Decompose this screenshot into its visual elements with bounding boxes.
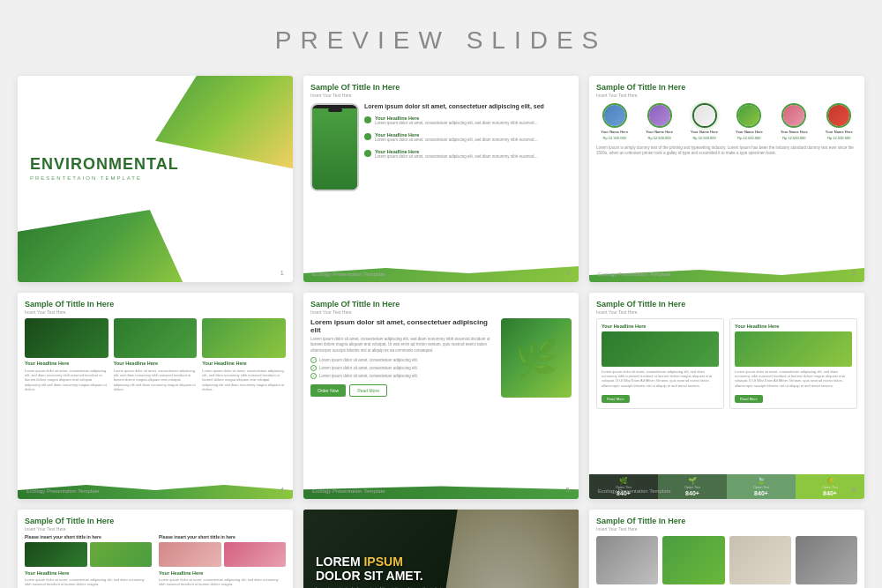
- slide7-please-text-2: Please insert your short tittle in here: [159, 534, 286, 540]
- big-plant-inner: 🌿: [501, 318, 572, 398]
- circle-price-3: Rp 12.500.000: [692, 136, 715, 140]
- plant-card-img-1: [596, 536, 658, 584]
- stat-block-2: 🌱 Option Text 840+: [658, 474, 727, 499]
- circle-img-6: [826, 103, 851, 128]
- phone-screen: [312, 108, 357, 191]
- read-more-button[interactable]: Read More: [349, 384, 387, 397]
- slide5-title: Sample Of Tittle In Here: [310, 300, 572, 309]
- circle-img-4: [736, 103, 761, 128]
- order-now-button[interactable]: Order Now: [310, 384, 346, 397]
- slide4-hl-desc-3: Lorem ipsum dolor sit amet, consectetuer…: [202, 368, 286, 391]
- slide8-content: LOREM IPSUM DOLOR SIT AMET. Lorem ipsum …: [303, 510, 579, 588]
- stat-block-1: 🌿 Option Text 840+: [589, 474, 658, 499]
- slide6-card1-read-more[interactable]: Read More: [602, 395, 630, 403]
- slide4-hl-title-1: Your Headline Here: [25, 361, 108, 366]
- slide2-feature-3: Your Headline Here Lorem ipsum dolor sit…: [364, 149, 572, 160]
- slide6-card1-img: [602, 331, 719, 367]
- circle-inner-5: [783, 105, 804, 126]
- slide2-feature-2: Your Headline Here Lorem ipsum dolor sit…: [364, 132, 572, 143]
- slide7-hl-title-1: Your Headline Here: [25, 570, 152, 576]
- slide5-check-1: Lorem ipsum dolor sit amet, consectetuer…: [310, 357, 496, 363]
- slide7-hl-title-2: Your Headline Here: [159, 570, 286, 576]
- slide7-desc-1: Lorem ipsum dolor sit amet, consectetuer…: [25, 577, 152, 586]
- slide-1: ENVIRONMENTAL PRESENTETAION TEMPLATE 1: [18, 76, 293, 282]
- slide4-hl-desc-1: Lorem ipsum dolor sit amet, consectetuer…: [25, 368, 108, 391]
- slide3-title: Sample Of Tittle In Here: [596, 83, 857, 92]
- slide-6: Sample Of Tittle In Here Insert Your Tex…: [589, 293, 864, 499]
- circle-item-4: Your Name Here Rp 12.500.000: [731, 103, 767, 140]
- plant-leaves-icon: 🌿: [514, 338, 558, 379]
- slide9-four-plants: Your Headline Here Lorem ipsum dolor sit…: [596, 536, 857, 588]
- check-text-3: Lorem ipsum dolor sit amet, consectetuer…: [319, 374, 418, 378]
- circle-item-3: Your Name Here Rp 12.500.000: [686, 103, 722, 140]
- slide4-footer: Ecology Presentation Template: [26, 488, 100, 494]
- circle-img-3: [692, 103, 717, 128]
- slide6-title: Sample Of Tittle In Here: [596, 300, 857, 309]
- slide6-number: 6: [852, 486, 856, 494]
- stat-label-2: Option Text: [684, 486, 700, 489]
- slide6-card2-title: Your Headline Here: [735, 324, 852, 329]
- feature-text-3: Your Headline Here Lorem ipsum dolor sit…: [375, 149, 537, 160]
- feature-dot-2: [364, 133, 371, 140]
- slide7-mini-img-1: [25, 542, 87, 567]
- slide4-plant-img-1: [25, 318, 108, 358]
- plant-card-3: Your Headline Here Lorem ipsum dolor sit…: [729, 536, 791, 588]
- phone-notch: [328, 108, 342, 112]
- slide4-plant-img-3: [202, 318, 286, 358]
- page-title: PREVIEW SLIDES: [275, 26, 608, 55]
- slide2-subtitle: Insert Your Text Here: [310, 93, 572, 98]
- stat-value-2: 840+: [685, 490, 699, 496]
- stat-icon-2: 🌱: [688, 477, 697, 485]
- circle-price-6: Rp 12.500.000: [827, 136, 850, 140]
- stat-label-3: Option Text: [753, 486, 769, 489]
- slide6-card2-desc: Lorem ipsum dolor sit amet, consectetuer…: [735, 369, 852, 388]
- slide6-cards: Your Headline Here Lorem ipsum dolor sit…: [596, 318, 857, 409]
- slide1-title-block: ENVIRONMENTAL PRESENTETAION TEMPLATE: [30, 156, 179, 181]
- slide1-wave-bottom: [18, 210, 183, 282]
- slide2-right-content: Lorem ipsum dolor sit amet, consectetuer…: [364, 103, 572, 275]
- circle-price-5: Rp 12.500.000: [782, 136, 805, 140]
- circle-price-2: Rp 12.500.000: [648, 136, 671, 140]
- slide7-img-grid-1: [25, 542, 152, 567]
- feat-desc-1: Lorem ipsum dolor sit amet, consectetuer…: [375, 121, 537, 126]
- stat-value-4: 840+: [823, 490, 837, 496]
- slide6-card2-read-more[interactable]: Read More: [735, 395, 763, 403]
- stat-value-3: 840+: [754, 490, 768, 496]
- feature-dot-1: [364, 116, 371, 123]
- slide8-headline: LOREM IPSUM DOLOR SIT AMET.: [316, 555, 566, 584]
- slide5-footer: Ecology Presentation Template: [312, 488, 385, 494]
- slide7-two-col: Please insert your short tittle in here …: [25, 534, 286, 588]
- circle-name-5: Your Name Here: [781, 130, 808, 134]
- circle-inner-4: [738, 105, 759, 126]
- slide3-subtitle: Insert Your Text Here: [596, 93, 857, 98]
- slide6-card1-desc: Lorem ipsum dolor sit amet, consectetuer…: [602, 369, 719, 388]
- phone-mockup: [310, 103, 359, 191]
- slide4-img-block-1: Your Headline Here Lorem ipsum dolor sit…: [25, 318, 108, 391]
- stat-icon-4: 🌾: [826, 477, 834, 485]
- circle-name-3: Your Name Here: [691, 130, 718, 134]
- circle-inner-2: [649, 105, 670, 126]
- feature-text-1: Your Headline Here Lorem ipsum dolor sit…: [375, 115, 537, 126]
- slide3-number: 3: [852, 269, 856, 277]
- slide2-footer: Ecology Presentation Template: [312, 272, 385, 277]
- slide7-title: Sample Of Tittle In Here: [25, 517, 286, 525]
- check-text-1: Lorem ipsum dolor sit amet, consectetuer…: [319, 358, 418, 362]
- circle-name-2: Your Name Here: [646, 130, 673, 134]
- slide5-body-text: Lorem ipsum dolor sit amet, consectetuer…: [310, 337, 496, 354]
- slide-8: LOREM IPSUM DOLOR SIT AMET. Lorem ipsum …: [303, 510, 579, 588]
- slide4-subtitle: Insert Your Text Here: [25, 309, 286, 315]
- slide4-plant-img-2: [114, 318, 198, 358]
- slide-5: Sample Of Tittle In Here Insert Your Tex…: [303, 293, 579, 499]
- stat-icon-3: 🍃: [757, 477, 766, 485]
- plant-card-img-2: [662, 536, 724, 584]
- slide6-footer: Ecology Presentation Template: [598, 488, 671, 494]
- plant-card-4: Your Headline Here Lorem ipsum dolor sit…: [796, 536, 857, 588]
- slide-2: Sample Of Tittle In Here Insert Your Tex…: [303, 76, 579, 282]
- stat-block-3: 🍃 Option Text 840+: [727, 474, 796, 499]
- slide7-mini-img-2: [90, 542, 153, 567]
- circle-inner-6: [828, 105, 849, 126]
- slide2-lorem-headline: Lorem ipsum dolor sit amet, consectetuer…: [364, 103, 572, 109]
- slide3-footer: Ecology Presentation Template: [598, 272, 671, 277]
- slide7-mini-img-3: [159, 542, 221, 567]
- slide4-img-block-2: Your Headline Here Lorem ipsum dolor sit…: [114, 318, 198, 391]
